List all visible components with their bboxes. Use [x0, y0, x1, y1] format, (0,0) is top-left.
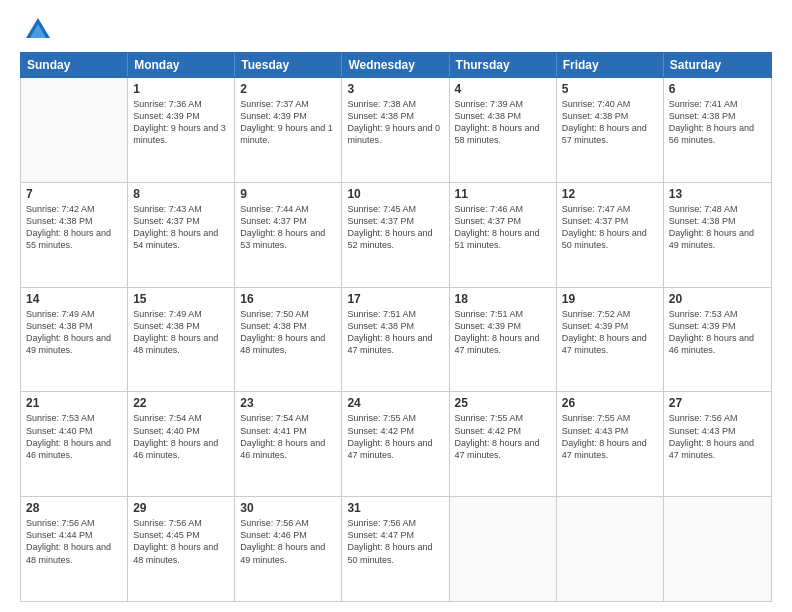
day-number: 2	[240, 82, 336, 96]
day-number: 18	[455, 292, 551, 306]
day-info: Sunrise: 7:53 AM Sunset: 4:39 PM Dayligh…	[669, 308, 766, 357]
day-info: Sunrise: 7:56 AM Sunset: 4:43 PM Dayligh…	[669, 412, 766, 461]
week-row-3: 14Sunrise: 7:49 AM Sunset: 4:38 PM Dayli…	[21, 288, 771, 393]
logo	[20, 16, 52, 44]
day-cell-16: 16Sunrise: 7:50 AM Sunset: 4:38 PM Dayli…	[235, 288, 342, 392]
day-cell-25: 25Sunrise: 7:55 AM Sunset: 4:42 PM Dayli…	[450, 392, 557, 496]
day-cell-17: 17Sunrise: 7:51 AM Sunset: 4:38 PM Dayli…	[342, 288, 449, 392]
day-info: Sunrise: 7:50 AM Sunset: 4:38 PM Dayligh…	[240, 308, 336, 357]
day-cell-23: 23Sunrise: 7:54 AM Sunset: 4:41 PM Dayli…	[235, 392, 342, 496]
day-info: Sunrise: 7:56 AM Sunset: 4:45 PM Dayligh…	[133, 517, 229, 566]
week-row-1: 1Sunrise: 7:36 AM Sunset: 4:39 PM Daylig…	[21, 78, 771, 183]
day-header-saturday: Saturday	[664, 53, 771, 77]
day-cell-30: 30Sunrise: 7:56 AM Sunset: 4:46 PM Dayli…	[235, 497, 342, 601]
day-number: 5	[562, 82, 658, 96]
day-info: Sunrise: 7:56 AM Sunset: 4:44 PM Dayligh…	[26, 517, 122, 566]
calendar-body: 1Sunrise: 7:36 AM Sunset: 4:39 PM Daylig…	[20, 78, 772, 602]
day-number: 25	[455, 396, 551, 410]
day-cell-12: 12Sunrise: 7:47 AM Sunset: 4:37 PM Dayli…	[557, 183, 664, 287]
week-row-2: 7Sunrise: 7:42 AM Sunset: 4:38 PM Daylig…	[21, 183, 771, 288]
day-number: 16	[240, 292, 336, 306]
day-cell-28: 28Sunrise: 7:56 AM Sunset: 4:44 PM Dayli…	[21, 497, 128, 601]
day-cell-24: 24Sunrise: 7:55 AM Sunset: 4:42 PM Dayli…	[342, 392, 449, 496]
day-cell-27: 27Sunrise: 7:56 AM Sunset: 4:43 PM Dayli…	[664, 392, 771, 496]
day-cell-5: 5Sunrise: 7:40 AM Sunset: 4:38 PM Daylig…	[557, 78, 664, 182]
empty-cell	[450, 497, 557, 601]
day-cell-20: 20Sunrise: 7:53 AM Sunset: 4:39 PM Dayli…	[664, 288, 771, 392]
day-number: 6	[669, 82, 766, 96]
day-number: 7	[26, 187, 122, 201]
day-cell-29: 29Sunrise: 7:56 AM Sunset: 4:45 PM Dayli…	[128, 497, 235, 601]
day-cell-31: 31Sunrise: 7:56 AM Sunset: 4:47 PM Dayli…	[342, 497, 449, 601]
day-cell-21: 21Sunrise: 7:53 AM Sunset: 4:40 PM Dayli…	[21, 392, 128, 496]
day-cell-10: 10Sunrise: 7:45 AM Sunset: 4:37 PM Dayli…	[342, 183, 449, 287]
day-number: 20	[669, 292, 766, 306]
day-number: 11	[455, 187, 551, 201]
day-info: Sunrise: 7:51 AM Sunset: 4:38 PM Dayligh…	[347, 308, 443, 357]
empty-cell	[557, 497, 664, 601]
day-number: 3	[347, 82, 443, 96]
calendar-page: SundayMondayTuesdayWednesdayThursdayFrid…	[0, 0, 792, 612]
day-number: 23	[240, 396, 336, 410]
day-number: 1	[133, 82, 229, 96]
day-cell-9: 9Sunrise: 7:44 AM Sunset: 4:37 PM Daylig…	[235, 183, 342, 287]
day-cell-13: 13Sunrise: 7:48 AM Sunset: 4:38 PM Dayli…	[664, 183, 771, 287]
day-info: Sunrise: 7:45 AM Sunset: 4:37 PM Dayligh…	[347, 203, 443, 252]
day-cell-19: 19Sunrise: 7:52 AM Sunset: 4:39 PM Dayli…	[557, 288, 664, 392]
header	[20, 16, 772, 44]
day-number: 30	[240, 501, 336, 515]
day-number: 4	[455, 82, 551, 96]
day-number: 28	[26, 501, 122, 515]
day-info: Sunrise: 7:54 AM Sunset: 4:40 PM Dayligh…	[133, 412, 229, 461]
day-header-wednesday: Wednesday	[342, 53, 449, 77]
day-number: 19	[562, 292, 658, 306]
day-info: Sunrise: 7:55 AM Sunset: 4:42 PM Dayligh…	[347, 412, 443, 461]
day-number: 10	[347, 187, 443, 201]
day-info: Sunrise: 7:42 AM Sunset: 4:38 PM Dayligh…	[26, 203, 122, 252]
day-number: 12	[562, 187, 658, 201]
day-info: Sunrise: 7:49 AM Sunset: 4:38 PM Dayligh…	[26, 308, 122, 357]
day-number: 22	[133, 396, 229, 410]
day-info: Sunrise: 7:46 AM Sunset: 4:37 PM Dayligh…	[455, 203, 551, 252]
day-number: 31	[347, 501, 443, 515]
day-info: Sunrise: 7:39 AM Sunset: 4:38 PM Dayligh…	[455, 98, 551, 147]
day-info: Sunrise: 7:55 AM Sunset: 4:43 PM Dayligh…	[562, 412, 658, 461]
day-info: Sunrise: 7:37 AM Sunset: 4:39 PM Dayligh…	[240, 98, 336, 147]
day-info: Sunrise: 7:56 AM Sunset: 4:46 PM Dayligh…	[240, 517, 336, 566]
day-info: Sunrise: 7:44 AM Sunset: 4:37 PM Dayligh…	[240, 203, 336, 252]
day-number: 14	[26, 292, 122, 306]
day-info: Sunrise: 7:48 AM Sunset: 4:38 PM Dayligh…	[669, 203, 766, 252]
week-row-4: 21Sunrise: 7:53 AM Sunset: 4:40 PM Dayli…	[21, 392, 771, 497]
day-info: Sunrise: 7:53 AM Sunset: 4:40 PM Dayligh…	[26, 412, 122, 461]
day-info: Sunrise: 7:49 AM Sunset: 4:38 PM Dayligh…	[133, 308, 229, 357]
day-number: 24	[347, 396, 443, 410]
calendar: SundayMondayTuesdayWednesdayThursdayFrid…	[20, 52, 772, 602]
day-cell-8: 8Sunrise: 7:43 AM Sunset: 4:37 PM Daylig…	[128, 183, 235, 287]
day-number: 9	[240, 187, 336, 201]
week-row-5: 28Sunrise: 7:56 AM Sunset: 4:44 PM Dayli…	[21, 497, 771, 601]
logo-icon	[24, 16, 52, 44]
day-number: 29	[133, 501, 229, 515]
day-cell-6: 6Sunrise: 7:41 AM Sunset: 4:38 PM Daylig…	[664, 78, 771, 182]
day-cell-26: 26Sunrise: 7:55 AM Sunset: 4:43 PM Dayli…	[557, 392, 664, 496]
day-cell-14: 14Sunrise: 7:49 AM Sunset: 4:38 PM Dayli…	[21, 288, 128, 392]
day-info: Sunrise: 7:36 AM Sunset: 4:39 PM Dayligh…	[133, 98, 229, 147]
day-cell-18: 18Sunrise: 7:51 AM Sunset: 4:39 PM Dayli…	[450, 288, 557, 392]
day-cell-2: 2Sunrise: 7:37 AM Sunset: 4:39 PM Daylig…	[235, 78, 342, 182]
day-info: Sunrise: 7:41 AM Sunset: 4:38 PM Dayligh…	[669, 98, 766, 147]
day-info: Sunrise: 7:51 AM Sunset: 4:39 PM Dayligh…	[455, 308, 551, 357]
day-number: 15	[133, 292, 229, 306]
day-info: Sunrise: 7:55 AM Sunset: 4:42 PM Dayligh…	[455, 412, 551, 461]
day-number: 27	[669, 396, 766, 410]
day-header-sunday: Sunday	[21, 53, 128, 77]
day-info: Sunrise: 7:38 AM Sunset: 4:38 PM Dayligh…	[347, 98, 443, 147]
day-info: Sunrise: 7:40 AM Sunset: 4:38 PM Dayligh…	[562, 98, 658, 147]
day-cell-15: 15Sunrise: 7:49 AM Sunset: 4:38 PM Dayli…	[128, 288, 235, 392]
day-number: 8	[133, 187, 229, 201]
day-header-thursday: Thursday	[450, 53, 557, 77]
day-header-tuesday: Tuesday	[235, 53, 342, 77]
calendar-header: SundayMondayTuesdayWednesdayThursdayFrid…	[20, 52, 772, 78]
day-cell-4: 4Sunrise: 7:39 AM Sunset: 4:38 PM Daylig…	[450, 78, 557, 182]
day-header-friday: Friday	[557, 53, 664, 77]
day-info: Sunrise: 7:47 AM Sunset: 4:37 PM Dayligh…	[562, 203, 658, 252]
